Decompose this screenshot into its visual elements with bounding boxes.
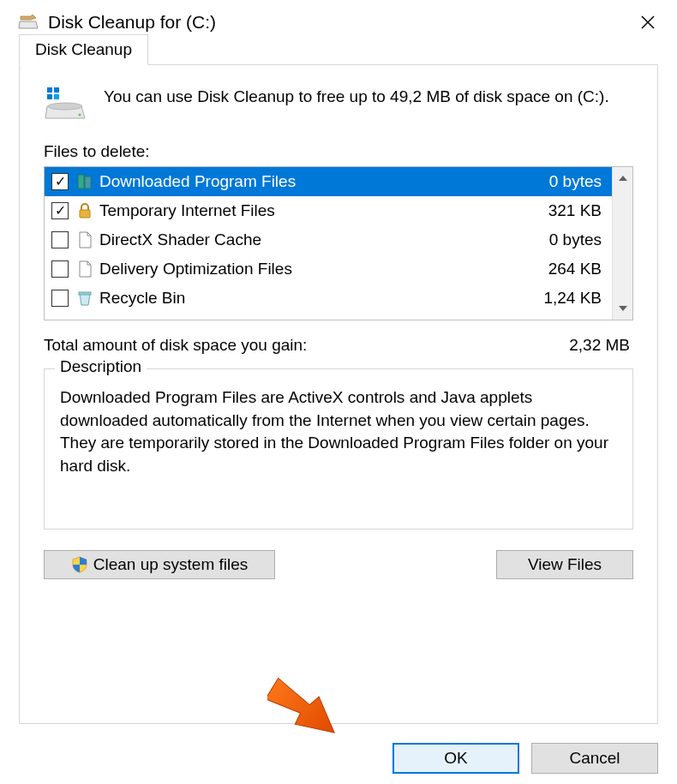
file-row[interactable]: Recycle Bin1,24 KB xyxy=(45,284,612,313)
file-row[interactable]: DirectX Shader Cache0 bytes xyxy=(45,225,612,254)
svg-rect-6 xyxy=(54,94,59,99)
clean-up-system-files-button[interactable]: Clean up system files xyxy=(44,550,275,579)
svg-rect-11 xyxy=(80,210,90,218)
file-name: Delivery Optimization Files xyxy=(99,260,548,278)
ok-button[interactable]: OK xyxy=(392,743,519,774)
file-name: Recycle Bin xyxy=(99,289,543,308)
description-legend: Description xyxy=(55,357,147,376)
tab-label: Disk Cleanup xyxy=(35,40,132,58)
recycle-bin-icon xyxy=(75,289,94,308)
file-checkbox[interactable] xyxy=(51,231,69,248)
file-checkbox[interactable] xyxy=(51,173,69,190)
svg-rect-3 xyxy=(47,87,52,93)
lock-icon xyxy=(75,201,94,220)
clean-up-system-files-label: Clean up system files xyxy=(93,555,249,574)
svg-rect-10 xyxy=(85,177,91,189)
chevron-up-icon xyxy=(619,176,627,181)
cancel-label: Cancel xyxy=(569,749,620,768)
shield-icon xyxy=(71,556,88,573)
files-to-delete-list[interactable]: Downloaded Program Files0 bytesTemporary… xyxy=(44,166,633,320)
file-checkbox[interactable] xyxy=(51,260,69,278)
window-title: Disk Cleanup for (C:) xyxy=(48,12,216,33)
file-size: 1,24 KB xyxy=(543,289,605,308)
file-row[interactable]: Temporary Internet Files321 KB xyxy=(45,196,612,225)
view-files-button[interactable]: View Files xyxy=(496,550,633,579)
file-row[interactable]: Delivery Optimization Files264 KB xyxy=(45,254,612,284)
tab-disk-cleanup[interactable]: Disk Cleanup xyxy=(19,34,148,65)
total-space-label: Total amount of disk space you gain: xyxy=(44,336,307,355)
description-group: Description Downloaded Program Files are… xyxy=(44,368,633,530)
file-size: 321 KB xyxy=(548,201,605,220)
cancel-button[interactable]: Cancel xyxy=(531,743,658,774)
svg-point-7 xyxy=(48,103,82,110)
total-space-value: 2,32 MB xyxy=(569,336,630,355)
close-icon xyxy=(640,15,656,30)
files-to-delete-label: Files to delete: xyxy=(20,130,657,166)
scrollbar[interactable] xyxy=(612,167,632,320)
description-text: Downloaded Program Files are ActiveX con… xyxy=(60,386,617,477)
svg-point-8 xyxy=(79,114,81,117)
file-name: Temporary Internet Files xyxy=(99,201,548,220)
chevron-down-icon xyxy=(619,306,627,311)
drive-icon xyxy=(44,86,88,123)
file-checkbox[interactable] xyxy=(51,290,69,307)
file-size: 0 bytes xyxy=(549,230,605,249)
file-size: 264 KB xyxy=(548,260,605,278)
svg-rect-5 xyxy=(47,94,52,99)
file-row[interactable]: Downloaded Program Files0 bytes xyxy=(45,167,612,196)
disk-cleanup-title-icon xyxy=(17,13,39,32)
program-files-icon xyxy=(75,172,94,191)
intro-text: You can use Disk Cleanup to free up to 4… xyxy=(104,86,609,109)
scroll-up-button[interactable] xyxy=(613,167,632,189)
ok-label: OK xyxy=(444,749,467,768)
svg-rect-4 xyxy=(54,87,59,93)
file-name: DirectX Shader Cache xyxy=(99,230,549,249)
scroll-down-button[interactable] xyxy=(613,297,632,320)
view-files-label: View Files xyxy=(528,555,602,574)
file-icon xyxy=(75,260,94,278)
svg-rect-12 xyxy=(79,292,91,295)
file-icon xyxy=(75,230,94,249)
file-name: Downloaded Program Files xyxy=(99,172,549,191)
close-button[interactable] xyxy=(636,10,660,34)
file-size: 0 bytes xyxy=(549,172,605,191)
svg-rect-9 xyxy=(78,175,84,189)
file-checkbox[interactable] xyxy=(51,202,69,219)
